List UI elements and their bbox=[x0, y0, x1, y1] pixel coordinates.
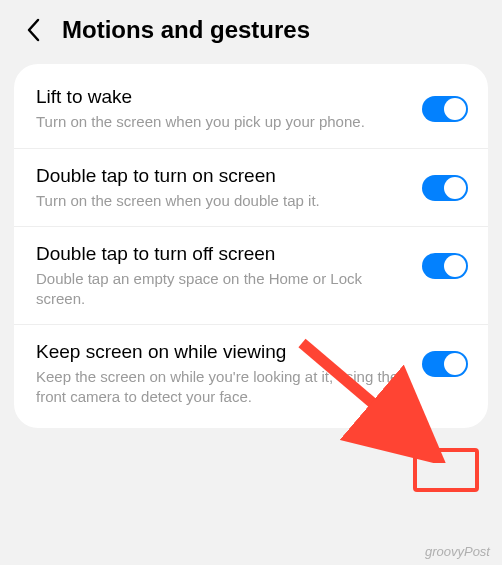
setting-text: Double tap to turn on screen Turn on the… bbox=[36, 165, 422, 211]
settings-card: Lift to wake Turn on the screen when you… bbox=[14, 64, 488, 428]
header: Motions and gestures bbox=[0, 0, 502, 58]
setting-description: Turn on the screen when you double tap i… bbox=[36, 191, 402, 211]
setting-description: Double tap an empty space on the Home or… bbox=[36, 269, 402, 308]
annotation-highlight-box bbox=[413, 448, 479, 492]
setting-lift-to-wake[interactable]: Lift to wake Turn on the screen when you… bbox=[14, 70, 488, 149]
watermark: groovyPost bbox=[425, 544, 490, 559]
double-tap-off-toggle[interactable] bbox=[422, 253, 468, 279]
setting-description: Turn on the screen when you pick up your… bbox=[36, 112, 402, 132]
double-tap-on-toggle[interactable] bbox=[422, 175, 468, 201]
setting-double-tap-on[interactable]: Double tap to turn on screen Turn on the… bbox=[14, 149, 488, 228]
setting-title: Double tap to turn off screen bbox=[36, 243, 402, 265]
page-title: Motions and gestures bbox=[62, 16, 310, 44]
keep-screen-on-toggle[interactable] bbox=[422, 351, 468, 377]
setting-text: Lift to wake Turn on the screen when you… bbox=[36, 86, 422, 132]
setting-description: Keep the screen on while you're looking … bbox=[36, 367, 402, 406]
setting-title: Lift to wake bbox=[36, 86, 402, 108]
setting-text: Keep screen on while viewing Keep the sc… bbox=[36, 341, 422, 406]
chevron-left-icon bbox=[26, 18, 42, 42]
setting-title: Keep screen on while viewing bbox=[36, 341, 402, 363]
setting-title: Double tap to turn on screen bbox=[36, 165, 402, 187]
setting-text: Double tap to turn off screen Double tap… bbox=[36, 243, 422, 308]
back-icon[interactable] bbox=[20, 16, 48, 44]
setting-keep-screen-on[interactable]: Keep screen on while viewing Keep the sc… bbox=[14, 325, 488, 422]
setting-double-tap-off[interactable]: Double tap to turn off screen Double tap… bbox=[14, 227, 488, 325]
lift-to-wake-toggle[interactable] bbox=[422, 96, 468, 122]
